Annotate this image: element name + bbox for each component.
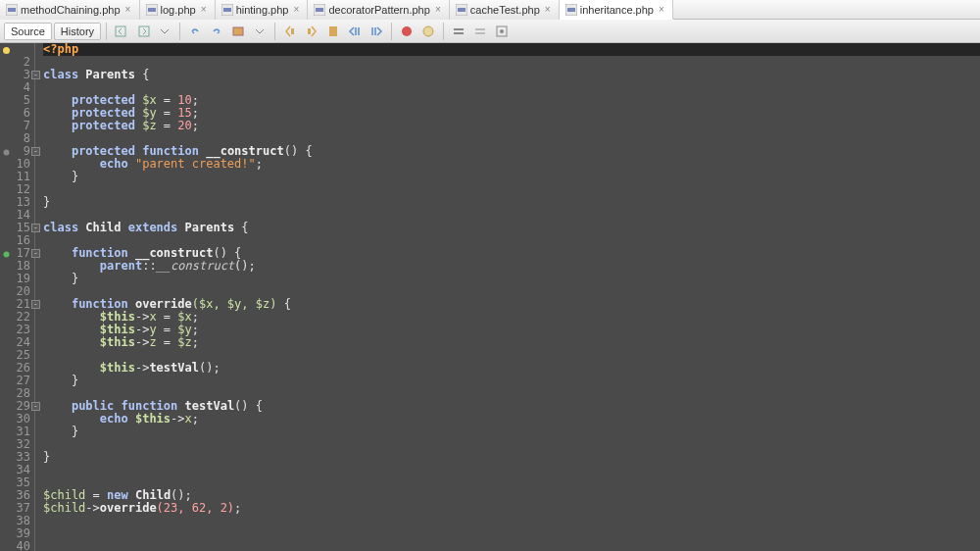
redo-icon[interactable]: [207, 22, 226, 41]
tab-methodchaining[interactable]: methodChaining.php ×: [0, 0, 140, 20]
macro-stop-icon[interactable]: [418, 22, 438, 41]
close-icon[interactable]: ×: [199, 5, 209, 15]
tab-cachetest[interactable]: cacheTest.php ×: [450, 0, 560, 20]
bookmark-toggle-icon[interactable]: [323, 22, 343, 41]
dropdown-icon[interactable]: [155, 22, 174, 41]
code-line: }: [43, 375, 980, 387]
code-line: [43, 515, 980, 527]
php-file-icon: [314, 4, 325, 16]
code-line: }: [43, 171, 980, 183]
svg-point-26: [3, 47, 10, 54]
svg-rect-13: [139, 26, 149, 36]
code-editor[interactable]: 2 3- 4 5 6 7 8 9- 10 11 12 13 14 15- 16 …: [0, 43, 980, 551]
code-area[interactable]: <?php class Parents { protected $x = 10;…: [35, 43, 980, 551]
comment-icon[interactable]: [449, 22, 468, 41]
tab-inheritance[interactable]: inheritance.php ×: [560, 0, 673, 20]
code-line: $this->z = $z;: [43, 336, 980, 349]
svg-rect-14: [233, 27, 243, 35]
svg-point-19: [423, 26, 433, 36]
separator: [106, 23, 107, 40]
go-to-icon[interactable]: [492, 22, 512, 41]
separator: [443, 23, 444, 40]
svg-rect-17: [329, 26, 337, 36]
code-line: class Parents {: [43, 69, 980, 81]
bulb-icon: [2, 45, 11, 54]
separator: [391, 23, 392, 40]
svg-rect-11: [567, 8, 575, 12]
svg-rect-21: [454, 32, 464, 34]
tab-label: log.php: [161, 4, 196, 16]
tab-label: hinting.php: [236, 4, 289, 16]
close-icon[interactable]: ×: [291, 5, 301, 15]
tab-label: inheritance.php: [580, 4, 654, 16]
code-line: }: [43, 196, 980, 209]
tab-spacer: [673, 0, 980, 19]
svg-rect-3: [148, 8, 156, 12]
svg-rect-7: [316, 8, 323, 12]
code-line: echo "parent created!";: [43, 158, 980, 171]
tab-label: decoratorPattern.php: [328, 4, 429, 16]
tab-hinting[interactable]: hinting.php ×: [216, 0, 309, 20]
code-line: }: [43, 426, 980, 438]
code-line: }: [43, 451, 980, 464]
php-file-icon: [146, 4, 158, 16]
code-line: [43, 464, 980, 476]
code-line: protected $z = 20;: [43, 120, 980, 132]
undo-icon[interactable]: [185, 22, 205, 41]
code-line: [43, 527, 980, 540]
bookmark-next-icon[interactable]: [302, 22, 321, 41]
svg-point-25: [500, 29, 504, 33]
svg-rect-20: [454, 28, 464, 30]
separator: [179, 23, 180, 40]
code-line: parent::__construct();: [43, 260, 980, 273]
code-line: $child->override(23, 62, 2);: [43, 502, 980, 515]
tab-bar: methodChaining.php × log.php × hinting.p…: [0, 0, 980, 20]
separator: [274, 23, 275, 40]
nav-back-icon[interactable]: [112, 22, 131, 41]
svg-point-27: [4, 150, 10, 156]
find-selection-icon[interactable]: [228, 22, 248, 41]
code-line: [43, 540, 980, 551]
shift-left-icon[interactable]: [345, 22, 365, 41]
code-line: }: [43, 273, 980, 285]
svg-rect-15: [291, 28, 294, 34]
svg-rect-23: [475, 32, 485, 34]
toolbar: Source History: [0, 20, 980, 43]
close-icon[interactable]: ×: [657, 5, 666, 15]
tab-decoratorpattern[interactable]: decoratorPattern.php ×: [308, 0, 449, 20]
code-line: [43, 438, 980, 451]
macro-start-icon[interactable]: [397, 22, 416, 41]
dropdown-icon[interactable]: [250, 22, 270, 41]
php-file-icon: [565, 4, 577, 16]
code-line: class Child extends Parents {: [43, 222, 980, 234]
tab-log[interactable]: log.php ×: [140, 0, 216, 20]
svg-point-18: [402, 26, 412, 36]
svg-point-28: [4, 252, 10, 258]
uncomment-icon[interactable]: [470, 22, 490, 41]
tab-label: methodChaining.php: [21, 4, 121, 16]
code-line: <?php: [43, 43, 980, 56]
gutter: 2 3- 4 5 6 7 8 9- 10 11 12 13 14 15- 16 …: [0, 43, 35, 551]
close-icon[interactable]: ×: [123, 5, 133, 15]
code-line: [43, 56, 980, 69]
code-line: [43, 183, 980, 196]
svg-rect-1: [8, 8, 16, 12]
tab-label: cacheTest.php: [470, 4, 540, 16]
history-button[interactable]: History: [54, 23, 101, 40]
php-file-icon: [456, 4, 467, 16]
close-icon[interactable]: ×: [433, 5, 443, 15]
line-number: 40: [0, 540, 34, 551]
source-button[interactable]: Source: [4, 23, 52, 40]
svg-rect-16: [308, 28, 311, 34]
svg-rect-22: [475, 28, 485, 30]
svg-rect-9: [458, 8, 466, 12]
close-icon[interactable]: ×: [543, 5, 553, 15]
nav-fwd-icon[interactable]: [133, 22, 153, 41]
svg-rect-5: [223, 8, 231, 12]
php-file-icon: [221, 4, 233, 16]
shift-right-icon[interactable]: [367, 22, 386, 41]
bookmark-prev-icon[interactable]: [280, 22, 300, 41]
code-line: $this->testVal();: [43, 362, 980, 375]
dot-icon: [2, 147, 11, 156]
code-line: echo $this->x;: [43, 413, 980, 426]
